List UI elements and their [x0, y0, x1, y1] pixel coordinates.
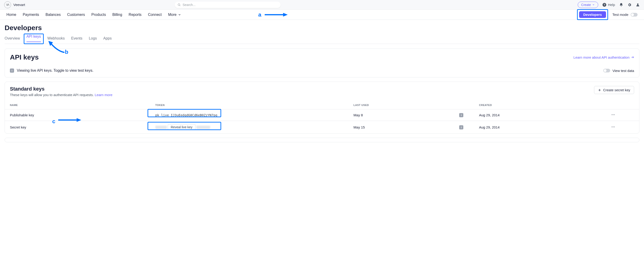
nav-customers[interactable]: Customers	[67, 13, 85, 17]
nav-connect[interactable]: Connect	[148, 13, 162, 17]
nav-reports[interactable]: Reports	[129, 13, 142, 17]
nav-balances[interactable]: Balances	[46, 13, 61, 17]
more-horizontal-icon	[611, 125, 615, 129]
col-token: TOKEN	[150, 101, 348, 109]
more-horizontal-icon	[611, 113, 615, 117]
create-button-label: Create	[581, 3, 591, 7]
learn-authentication-label: Learn more about API authentication	[573, 55, 630, 59]
page-title: Developers	[4, 24, 640, 32]
svg-point-16	[614, 126, 615, 127]
help-link[interactable]: ? Help	[602, 3, 615, 7]
info-icon: i	[10, 68, 14, 73]
annotation-label-a: a	[258, 11, 261, 18]
svg-line-1	[180, 5, 180, 6]
svg-point-12	[613, 114, 614, 115]
test-mode-toggle-group: Test mode	[612, 13, 638, 16]
standard-keys-subtext-text: These keys will allow you to authenticat…	[10, 93, 95, 97]
arrow-right-icon	[631, 56, 634, 59]
nav-home[interactable]: Home	[6, 13, 16, 17]
page-body: Developers Overview API keys Webhooks Ev…	[0, 20, 644, 151]
help-label: Help	[608, 3, 615, 7]
tab-logs[interactable]: Logs	[89, 34, 97, 44]
table-row: Secret key Reveal live key May 15 i Aug …	[5, 121, 639, 134]
keys-table: NAME TOKEN LAST USED CREATED Publishable…	[5, 101, 639, 133]
info-icon: i	[459, 113, 463, 117]
svg-point-0	[178, 4, 180, 5]
key-created: Aug 29, 2014	[474, 109, 606, 121]
standard-keys-head: Standard keys These keys will allow you …	[5, 82, 639, 97]
brand-logo: VA	[4, 1, 11, 8]
learn-more-link[interactable]: Learn more	[95, 93, 112, 97]
col-actions	[606, 101, 639, 109]
nav-billing[interactable]: Billing	[112, 13, 122, 17]
plus-icon	[598, 88, 601, 92]
nav-payments[interactable]: Payments	[23, 13, 39, 17]
search-container	[175, 1, 280, 8]
empty-panel	[4, 138, 640, 142]
chevron-down-icon	[592, 3, 595, 6]
svg-text:?: ?	[604, 3, 605, 6]
key-last-used: May 8	[348, 109, 454, 121]
help-icon: ?	[602, 3, 606, 7]
create-secret-key-button[interactable]: Create secret key	[594, 86, 634, 94]
chevron-down-icon	[178, 13, 181, 16]
reveal-live-key-button[interactable]: Reveal live key	[168, 124, 196, 130]
nav-products[interactable]: Products	[92, 13, 106, 17]
col-spacer	[454, 101, 474, 109]
create-secret-key-label: Create secret key	[603, 88, 630, 92]
notice-row: i Viewing live API keys. Toggle to view …	[5, 65, 639, 77]
create-button[interactable]: Create	[578, 1, 598, 8]
api-keys-panel: API keys Learn more about API authentica…	[4, 48, 640, 77]
svg-point-14	[612, 126, 612, 127]
standard-keys-panel: Standard keys These keys will allow you …	[4, 82, 640, 134]
tab-events[interactable]: Events	[71, 34, 82, 44]
col-name: NAME	[5, 101, 150, 109]
tab-overview[interactable]: Overview	[4, 34, 20, 44]
svg-point-13	[614, 114, 615, 115]
api-keys-heading: API keys	[10, 53, 39, 61]
profile-icon[interactable]	[636, 3, 640, 7]
row-actions-menu[interactable]	[606, 121, 639, 134]
brand-name: Veevart	[13, 3, 25, 7]
table-row: Publishable key pk_live_IJ3uEedqdG8Cd6eB…	[5, 109, 639, 121]
developers-button[interactable]: Developers	[579, 11, 606, 18]
key-created: Aug 29, 2014	[474, 121, 606, 134]
topbar: VA Veevart Create ? Help	[0, 0, 644, 10]
key-last-used: May 15	[348, 121, 454, 134]
tab-apps[interactable]: Apps	[103, 34, 112, 44]
search-icon	[178, 3, 181, 6]
hidden-token-blur	[155, 126, 167, 129]
row-actions-menu[interactable]	[606, 109, 639, 121]
table-header-row: NAME TOKEN LAST USED CREATED	[5, 101, 639, 109]
standard-keys-subtext: These keys will allow you to authenticat…	[10, 93, 112, 97]
col-created: CREATED	[474, 101, 606, 109]
info-icon: i	[459, 125, 463, 129]
tab-webhooks[interactable]: Webhooks	[48, 34, 65, 44]
view-test-toggle[interactable]	[603, 69, 610, 72]
settings-icon[interactable]	[628, 3, 632, 7]
nav-more[interactable]: More	[168, 13, 181, 17]
col-last-used: LAST USED	[348, 101, 454, 109]
annotation-arrow-a	[265, 11, 288, 18]
svg-marker-6	[283, 13, 288, 16]
key-name: Publishable key	[5, 109, 150, 121]
nav-more-label: More	[168, 13, 176, 17]
topbar-right: Create ? Help	[578, 1, 640, 8]
sub-tabs: Overview API keys Webhooks Events Logs A…	[4, 34, 640, 44]
main-nav: Home Payments Balances Customers Product…	[0, 10, 644, 20]
svg-point-4	[637, 3, 638, 5]
test-mode-toggle[interactable]	[631, 13, 638, 16]
test-mode-label: Test mode	[612, 13, 628, 16]
standard-keys-heading: Standard keys	[10, 86, 112, 92]
tab-api-keys[interactable]: API keys	[26, 33, 41, 42]
hidden-token-blur	[196, 126, 210, 129]
key-name: Secret key	[5, 121, 150, 134]
api-keys-panel-head: API keys Learn more about API authentica…	[5, 49, 639, 65]
svg-point-11	[612, 114, 612, 115]
search-input[interactable]	[175, 1, 280, 8]
svg-point-15	[613, 126, 614, 127]
notice-text: Viewing live API keys. Toggle to view te…	[17, 68, 94, 73]
learn-authentication-link[interactable]: Learn more about API authentication	[573, 55, 634, 59]
notifications-icon[interactable]	[619, 3, 623, 7]
publishable-key-token[interactable]: pk_live_IJ3uEedqdG8Cd6eB0ZzYN7pq	[155, 113, 218, 117]
